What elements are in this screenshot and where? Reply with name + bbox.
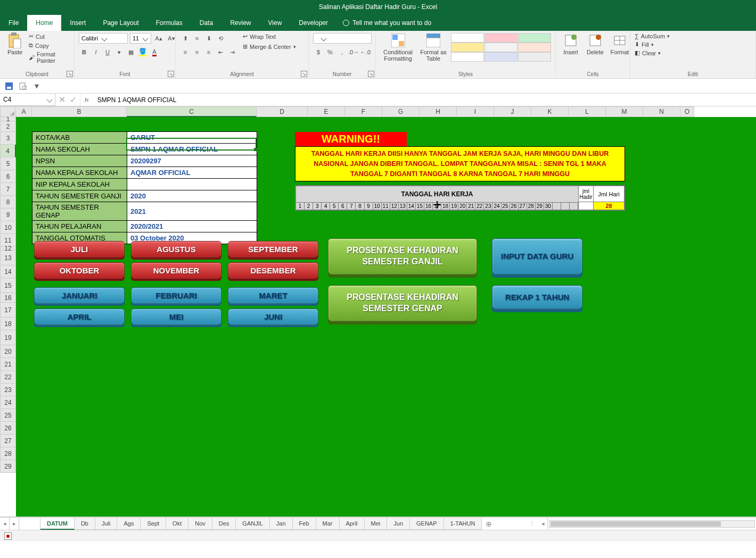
btn-juli[interactable]: JULI	[34, 241, 125, 257]
delete-cells-button[interactable]: Delete	[585, 33, 606, 55]
cancel-formula-button[interactable]: ✕	[59, 95, 65, 105]
horizontal-scrollbar[interactable]	[548, 518, 756, 530]
row-header-28[interactable]: 28	[0, 447, 16, 460]
worksheet-grid[interactable]: KOTA/KABGARUTNAMA SEKOLAHSMPN 1 AQMAR OF…	[16, 117, 756, 517]
btn-september[interactable]: SEPTEMBER	[228, 241, 318, 257]
row-header-26[interactable]: 26	[0, 422, 16, 435]
tkerja-day[interactable]: 15	[416, 203, 424, 210]
tkerja-day[interactable]	[561, 203, 570, 210]
col-header-B[interactable]: B	[32, 106, 127, 117]
row-header-19[interactable]: 19	[0, 330, 16, 345]
qat-customize-button[interactable]: ▾	[32, 81, 42, 91]
info-value[interactable]: 2020	[127, 190, 257, 202]
paste-button[interactable]: Paste	[4, 33, 26, 55]
tkerja-day[interactable]: 20	[458, 203, 467, 210]
copy-button[interactable]: ⧉Copy	[29, 42, 70, 49]
btn-februari[interactable]: FEBRUARI	[131, 287, 221, 304]
info-value[interactable]	[127, 179, 257, 190]
row-header-27[interactable]: 27	[0, 435, 16, 447]
tkerja-day[interactable]: 25	[502, 203, 510, 210]
underline-dd[interactable]: ▾	[114, 47, 125, 57]
decrease-indent-button[interactable]: ⇤	[215, 47, 226, 57]
btn-prosentase-genap[interactable]: PROSENTASE KEHADIRAN SEMESTER GENAP	[328, 285, 477, 321]
row-header-24[interactable]: 24	[0, 396, 16, 409]
sheet-tab-jan[interactable]: Jan	[270, 518, 293, 530]
formula-input[interactable]	[93, 94, 756, 106]
info-value[interactable]: SMPN 1 AQMAR OFFICIAL	[127, 144, 257, 155]
btn-april[interactable]: APRIL	[34, 309, 125, 325]
tab-insert[interactable]: Insert	[61, 15, 94, 31]
tkerja-day[interactable]: 5	[330, 203, 339, 210]
row-header-13[interactable]: 13	[0, 251, 16, 265]
tkerja-day[interactable]: 29	[536, 203, 544, 210]
tkerja-day[interactable]: 12	[390, 203, 399, 210]
sheet-tab-ags[interactable]: Ags	[117, 518, 141, 530]
tkerja-day[interactable]	[553, 203, 561, 210]
tkerja-day[interactable]: 30	[544, 203, 553, 210]
row-header-6[interactable]: 6	[0, 170, 16, 183]
qat-print-preview-button[interactable]	[18, 81, 28, 91]
row-header-20[interactable]: 20	[0, 345, 16, 358]
col-header-M[interactable]: M	[606, 106, 643, 117]
qat-save-button[interactable]	[4, 81, 14, 91]
merge-center-button[interactable]: ⊞Merge & Center▾	[243, 43, 296, 50]
fill-color-button[interactable]: 🪣	[137, 47, 148, 57]
underline-button[interactable]: U	[102, 47, 113, 57]
font-color-button[interactable]: A	[149, 47, 160, 57]
info-value[interactable]: GARUT	[127, 132, 257, 144]
tell-me[interactable]: Tell me what you want to do	[343, 15, 431, 31]
btn-november[interactable]: NOVEMBER	[131, 262, 221, 279]
col-header-J[interactable]: J	[494, 106, 531, 117]
btn-agustus[interactable]: AGUSTUS	[131, 241, 221, 257]
row-header-23[interactable]: 23	[0, 384, 16, 396]
align-center-button[interactable]: ≡	[192, 47, 202, 57]
row-header-18[interactable]: 18	[0, 318, 16, 330]
row-header-3[interactable]: 3	[0, 132, 16, 145]
comma-button[interactable]: ,	[336, 47, 347, 57]
italic-button[interactable]: I	[91, 47, 101, 57]
clear-button[interactable]: ◧Clear▾	[635, 49, 661, 56]
tkerja-day[interactable]: 14	[407, 203, 416, 210]
font-name-select[interactable]: Calibri	[79, 33, 128, 44]
fx-button[interactable]: fx	[80, 94, 93, 106]
sheet-nav-next[interactable]: ▸	[10, 518, 19, 530]
info-value[interactable]: 2020/2021	[127, 221, 257, 232]
bold-button[interactable]: B	[79, 47, 89, 57]
tkerja-day[interactable]: 18	[441, 203, 450, 210]
row-header-12[interactable]: 12	[0, 247, 16, 251]
sheet-tab-juli[interactable]: Juli	[95, 518, 118, 530]
col-header-K[interactable]: K	[531, 106, 569, 117]
sheet-tab-datum[interactable]: DATUM	[40, 518, 75, 530]
align-left-button[interactable]: ≡	[180, 47, 191, 57]
btn-input-data-guru[interactable]: INPUT DATA GURU	[492, 238, 582, 274]
row-header-7[interactable]: 7	[0, 183, 16, 196]
autosum-button[interactable]: ∑AutoSum▾	[635, 33, 670, 39]
tkerja-day[interactable]: 10	[373, 203, 382, 210]
row-header-16[interactable]: 16	[0, 293, 16, 303]
number-format-select[interactable]	[313, 33, 372, 44]
tkerja-day[interactable]: 23	[484, 203, 492, 210]
tkerja-day[interactable]	[570, 203, 578, 210]
new-sheet-button[interactable]: ⊕	[482, 518, 496, 530]
cut-button[interactable]: ✂Cut	[29, 33, 70, 40]
col-header-A[interactable]: A	[16, 106, 32, 117]
sheet-tab-des[interactable]: Des	[212, 518, 236, 530]
row-header-5[interactable]: 5	[0, 157, 16, 170]
col-header-E[interactable]: E	[308, 106, 345, 117]
decrease-decimal-button[interactable]: ←.0	[360, 47, 371, 57]
sheet-tab-db[interactable]: Db	[75, 518, 95, 530]
tkerja-day[interactable]: 21	[467, 203, 475, 210]
btn-rekap-1-tahun[interactable]: REKAP 1 TAHUN	[492, 285, 582, 309]
tkerja-day[interactable]: 2	[305, 203, 313, 210]
tab-page-layout[interactable]: Page Layout	[94, 15, 147, 31]
row-header-22[interactable]: 22	[0, 371, 16, 384]
tkerja-day[interactable]: 3	[313, 203, 322, 210]
select-all-button[interactable]	[0, 106, 16, 117]
sheet-tab-1-tahun[interactable]: 1-TAHUN	[444, 518, 482, 530]
tkerja-day[interactable]: 13	[399, 203, 407, 210]
tkerja-day[interactable]: 27	[519, 203, 527, 210]
orientation-button[interactable]: ⟲	[215, 33, 226, 44]
row-header-1[interactable]: 1	[0, 117, 16, 121]
row-header-17[interactable]: 17	[0, 303, 16, 318]
alignment-dialog-launcher[interactable]: ↘	[301, 71, 307, 77]
